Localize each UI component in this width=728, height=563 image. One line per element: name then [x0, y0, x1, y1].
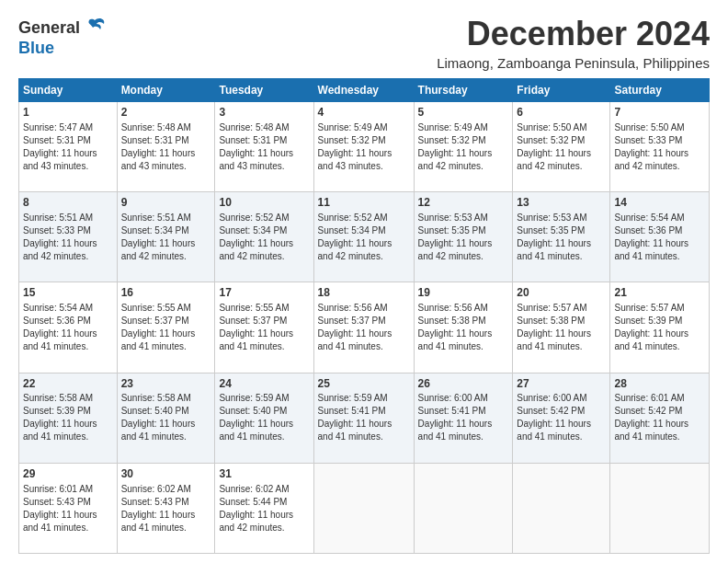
calendar-cell: 22Sunrise: 5:58 AMSunset: 5:39 PMDayligh…	[19, 373, 118, 463]
day-number: 11	[318, 195, 410, 211]
calendar-cell	[610, 463, 710, 553]
day-number: 13	[517, 195, 606, 211]
day-number: 30	[121, 466, 211, 482]
day-number: 2	[121, 105, 211, 121]
calendar-cell: 5Sunrise: 5:49 AMSunset: 5:32 PMDaylight…	[414, 102, 513, 192]
calendar-cell: 25Sunrise: 5:59 AMSunset: 5:41 PMDayligh…	[313, 373, 414, 463]
col-header-friday: Friday	[513, 79, 610, 102]
day-number: 17	[219, 285, 309, 301]
col-header-tuesday: Tuesday	[215, 79, 313, 102]
day-number: 15	[23, 285, 113, 301]
day-number: 8	[23, 195, 113, 211]
calendar-cell: 10Sunrise: 5:52 AMSunset: 5:34 PMDayligh…	[215, 192, 313, 282]
calendar-cell: 20Sunrise: 5:57 AMSunset: 5:38 PMDayligh…	[513, 282, 610, 373]
logo-blue: Blue	[18, 39, 108, 58]
logo: General Blue	[18, 15, 108, 58]
day-number: 31	[219, 466, 309, 482]
calendar-cell: 9Sunrise: 5:51 AMSunset: 5:34 PMDaylight…	[117, 192, 215, 282]
title-area: December 2024 Limaong, Zamboanga Peninsu…	[437, 15, 710, 71]
col-header-monday: Monday	[117, 79, 215, 102]
calendar-cell: 7Sunrise: 5:50 AMSunset: 5:33 PMDaylight…	[610, 102, 710, 192]
calendar-cell: 6Sunrise: 5:50 AMSunset: 5:32 PMDaylight…	[513, 102, 610, 192]
day-number: 21	[614, 285, 705, 301]
day-number: 1	[23, 105, 113, 121]
calendar-cell: 17Sunrise: 5:55 AMSunset: 5:37 PMDayligh…	[215, 282, 313, 373]
calendar-cell: 28Sunrise: 6:01 AMSunset: 5:42 PMDayligh…	[610, 373, 710, 463]
calendar-cell: 21Sunrise: 5:57 AMSunset: 5:39 PMDayligh…	[610, 282, 710, 373]
day-number: 29	[23, 466, 113, 482]
day-number: 18	[318, 285, 410, 301]
calendar-cell: 31Sunrise: 6:02 AMSunset: 5:44 PMDayligh…	[215, 463, 313, 553]
calendar-cell: 11Sunrise: 5:52 AMSunset: 5:34 PMDayligh…	[313, 192, 414, 282]
day-number: 16	[121, 285, 211, 301]
calendar-cell: 24Sunrise: 5:59 AMSunset: 5:40 PMDayligh…	[215, 373, 313, 463]
calendar-cell: 12Sunrise: 5:53 AMSunset: 5:35 PMDayligh…	[414, 192, 513, 282]
calendar-cell: 2Sunrise: 5:48 AMSunset: 5:31 PMDaylight…	[117, 102, 215, 192]
calendar-cell: 30Sunrise: 6:02 AMSunset: 5:43 PMDayligh…	[117, 463, 215, 553]
day-number: 27	[517, 376, 606, 392]
col-header-wednesday: Wednesday	[313, 79, 414, 102]
day-number: 5	[418, 105, 509, 121]
page: General Blue December 2024 Limaong, Zamb…	[0, 0, 728, 563]
calendar-cell	[513, 463, 610, 553]
calendar-cell	[313, 463, 414, 553]
day-number: 10	[219, 195, 309, 211]
calendar-cell: 13Sunrise: 5:53 AMSunset: 5:35 PMDayligh…	[513, 192, 610, 282]
calendar-cell: 15Sunrise: 5:54 AMSunset: 5:36 PMDayligh…	[19, 282, 118, 373]
day-number: 3	[219, 105, 309, 121]
calendar-cell: 16Sunrise: 5:55 AMSunset: 5:37 PMDayligh…	[117, 282, 215, 373]
calendar-cell: 27Sunrise: 6:00 AMSunset: 5:42 PMDayligh…	[513, 373, 610, 463]
day-number: 28	[614, 376, 705, 392]
calendar-cell: 1Sunrise: 5:47 AMSunset: 5:31 PMDaylight…	[19, 102, 118, 192]
day-number: 9	[121, 195, 211, 211]
day-number: 25	[318, 376, 410, 392]
logo-general: General	[18, 18, 80, 38]
col-header-thursday: Thursday	[414, 79, 513, 102]
calendar-cell: 14Sunrise: 5:54 AMSunset: 5:36 PMDayligh…	[610, 192, 710, 282]
day-number: 23	[121, 376, 211, 392]
calendar-cell: 26Sunrise: 6:00 AMSunset: 5:41 PMDayligh…	[414, 373, 513, 463]
calendar-cell: 29Sunrise: 6:01 AMSunset: 5:43 PMDayligh…	[19, 463, 118, 553]
day-number: 20	[517, 285, 606, 301]
day-number: 6	[517, 105, 606, 121]
month-title: December 2024	[437, 15, 710, 53]
logo-bird-icon	[82, 15, 108, 40]
day-number: 19	[418, 285, 509, 301]
day-number: 26	[418, 376, 509, 392]
col-header-sunday: Sunday	[19, 79, 118, 102]
day-number: 12	[418, 195, 509, 211]
calendar-cell: 23Sunrise: 5:58 AMSunset: 5:40 PMDayligh…	[117, 373, 215, 463]
col-header-saturday: Saturday	[610, 79, 710, 102]
day-number: 14	[614, 195, 705, 211]
calendar-cell: 18Sunrise: 5:56 AMSunset: 5:37 PMDayligh…	[313, 282, 414, 373]
day-number: 24	[219, 376, 309, 392]
header: General Blue December 2024 Limaong, Zamb…	[18, 15, 710, 71]
calendar-cell: 3Sunrise: 5:48 AMSunset: 5:31 PMDaylight…	[215, 102, 313, 192]
day-number: 22	[23, 376, 113, 392]
calendar-cell	[414, 463, 513, 553]
calendar-table: SundayMondayTuesdayWednesdayThursdayFrid…	[18, 78, 710, 554]
calendar-cell: 8Sunrise: 5:51 AMSunset: 5:33 PMDaylight…	[19, 192, 118, 282]
calendar-cell: 4Sunrise: 5:49 AMSunset: 5:32 PMDaylight…	[313, 102, 414, 192]
calendar-cell: 19Sunrise: 5:56 AMSunset: 5:38 PMDayligh…	[414, 282, 513, 373]
location: Limaong, Zamboanga Peninsula, Philippine…	[437, 55, 710, 71]
day-number: 4	[318, 105, 410, 121]
day-number: 7	[614, 105, 705, 121]
